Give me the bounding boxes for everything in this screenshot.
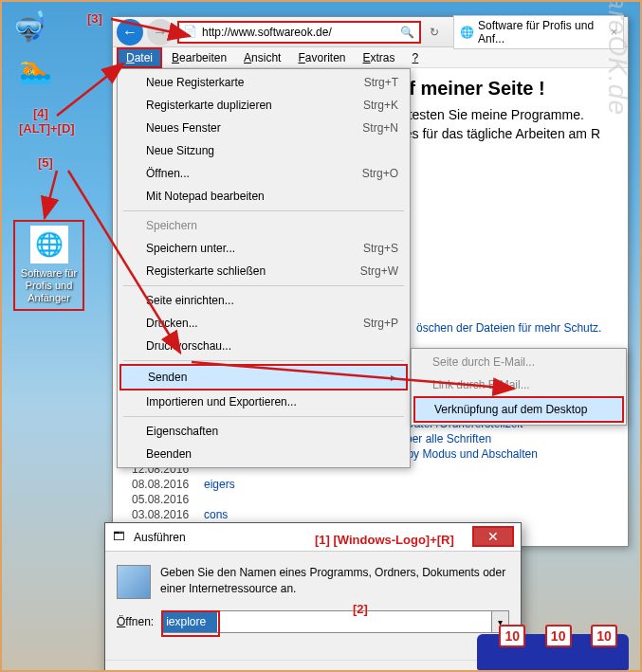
page-line2: hes für das tägliche Arbeiten am R [397,126,609,141]
send-submenu: Seite durch E-Mail...Link durch E-Mail..… [411,348,627,426]
run-icon: 🗔 [113,530,128,545]
menu-item-registerkarte-duplizieren[interactable]: Registerkarte duplizierenStrg+K [119,94,408,117]
run-open-label: Öffnen: [117,615,154,628]
back-button[interactable]: ← [117,19,143,45]
annotation-3: [3] [87,11,102,26]
refresh-button[interactable]: ↻ [423,21,446,44]
news-link[interactable]: cons [204,508,228,521]
news-row: 03.08.2016cons [132,507,609,522]
menu-item-druckvorschau-[interactable]: Druckvorschau... [119,335,408,357]
menubar-favoriten[interactable]: Favoriten [290,49,353,66]
submenu-item[interactable]: Verknüpfung auf dem Desktop [413,396,624,423]
run-desc: Geben Sie den Namen eines Programms, Ord… [117,565,509,599]
cartoon-diver-2: 🏊 [19,54,52,85]
annotation-5: [5] [38,155,53,170]
menu-item-speichern-unter-[interactable]: Speichern unter...Strg+S [119,237,408,260]
cartoon-diver-1: 🤿 [11,9,46,43]
run-input-wrap: ▾ [161,610,509,633]
menu-item-beenden[interactable]: Beenden [119,443,408,465]
address-wrap: 📄 http://www.softwareok.de/ 🔍 ↻ [177,21,446,44]
run-desc-text: Geben Sie den Namen eines Programms, Ord… [160,565,509,599]
tab-label: Software für Profis und Anf... [478,19,607,45]
desktop-shortcut-icon[interactable]: 🌐 Software für Profis und Anfänger [13,220,84,311]
site-icon: 📄 [183,25,198,40]
tab-favicon: 🌐 [460,26,474,39]
run-program-icon [117,565,151,599]
menu-item-eigenschaften[interactable]: Eigenschaften [119,420,408,443]
svg-line-3 [45,171,57,218]
tab-area: 🌐 Software für Profis und Anf... × [453,15,624,49]
menu-item-registerkarte-schlie-en[interactable]: Registerkarte schließenStrg+W [119,260,408,282]
menubar-datei[interactable]: Datei [117,47,162,68]
browser-tab[interactable]: 🌐 Software für Profis und Anf... × [453,15,624,49]
menubar-help[interactable]: ? [405,49,427,66]
submenu-item[interactable]: Seite durch E-Mail... [413,351,624,373]
shortcut-icon: 🌐 [30,226,68,263]
ie-window: ← → 📄 http://www.softwareok.de/ 🔍 ↻ 🌐 So… [112,16,629,547]
annotation-2: [2] [353,602,368,616]
run-dialog: 🗔 Ausführen ✕ Geben Sie den Namen eines … [104,522,522,672]
run-input[interactable] [161,610,492,633]
menu-item-neue-registerkarte[interactable]: Neue RegisterkarteStrg+T [119,71,408,94]
file-menu: Neue RegisterkarteStrg+TRegisterkarte du… [117,68,411,468]
page-line1: d testen Sie meine Programme. [397,107,609,122]
menu-item-senden[interactable]: Senden▸ [119,364,408,390]
run-close-button[interactable]: ✕ [472,526,514,547]
menu-item-neues-fenster[interactable]: Neues FensterStrg+N [119,117,408,139]
judge-score-2: 10 [545,625,572,647]
news-row: 08.08.2016eigers [132,477,609,492]
run-buttons: OK Abbrechen [105,660,521,672]
menubar-ansicht[interactable]: Ansicht [236,49,288,66]
shortcut-label: Software für Profis und Anfänger [19,267,79,305]
annotation-4b: [ALT]+[D] [19,121,75,136]
menu-item-importieren-und-exportieren-[interactable]: Importieren und Exportieren... [119,390,408,413]
menubar-bearbeiten[interactable]: Bearbeiten [164,49,234,66]
menu-item-seite-einrichten-[interactable]: Seite einrichten... [119,289,408,312]
news-link[interactable]: eigers [204,478,235,491]
run-input-row: Öffnen: ▾ [117,610,509,633]
annotation-4: [4] [33,106,48,120]
forward-button[interactable]: → [147,19,174,45]
menu-item-drucken-[interactable]: Drucken...Strg+P [119,312,408,335]
menubar-extras[interactable]: Extras [356,49,403,66]
ie-menubar: Datei Bearbeiten Ansicht Favoriten Extra… [113,47,628,68]
menu-item-mit-notepad-bearbeiten[interactable]: Mit Notepad bearbeiten [119,185,408,208]
menu-item--ffnen-[interactable]: Öffnen...Strg+O [119,162,408,185]
submenu-item[interactable]: Link durch E-Mail... [413,373,624,396]
content-link-protect[interactable]: öschen der Dateien für mehr Schutz. [416,321,609,335]
annotation-1: [1] [Windows-Logo]+[R] [315,533,454,547]
address-text: http://www.softwareok.de/ [202,26,400,39]
watermark-side: SoftwareOK.de [602,0,633,116]
address-bar[interactable]: 📄 http://www.softwareok.de/ 🔍 [177,21,421,44]
search-icon[interactable]: 🔍 [400,26,415,39]
judge-score-1: 10 [499,625,525,647]
judges-panel: 10 10 10 [493,632,623,664]
run-body: Geben Sie den Namen eines Programms, Ord… [105,552,521,660]
news-row: 05.08.2016 [132,492,609,507]
menu-item-speichern[interactable]: Speichern [119,214,408,237]
judge-score-3: 10 [591,625,617,647]
page-heading: uf meiner Seite ! [397,78,609,100]
menu-item-neue-sitzung[interactable]: Neue Sitzung [119,139,408,162]
ie-navbar: ← → 📄 http://www.softwareok.de/ 🔍 ↻ 🌐 So… [113,17,628,47]
run-titlebar: 🗔 Ausführen ✕ [105,523,521,552]
